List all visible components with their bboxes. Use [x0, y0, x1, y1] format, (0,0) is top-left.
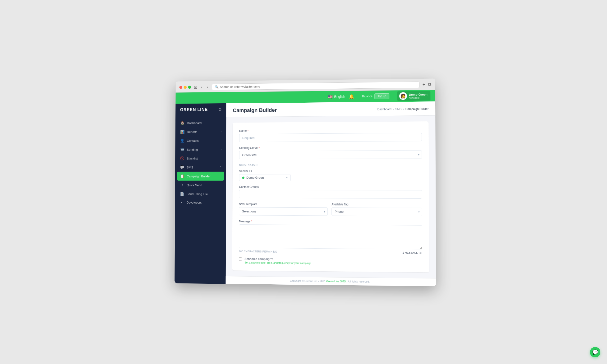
sidebar-item-label: SMS	[187, 165, 193, 169]
schedule-checkbox[interactable]	[239, 258, 242, 261]
maximize-button[interactable]	[188, 86, 191, 89]
sidebar-item-label: Contacts	[187, 139, 199, 143]
chat-bubble-button[interactable]: 💬	[590, 347, 600, 357]
contact-groups-label: Contact Groups	[239, 185, 422, 189]
sending-server-group: Sending Server * GreenSMS ▾	[239, 145, 422, 159]
home-icon: 🏠	[180, 121, 185, 125]
contact-groups-group: Contact Groups	[239, 185, 422, 199]
search-icon: 🔍	[215, 85, 219, 89]
user-menu[interactable]: 👩 Demo Green Available	[397, 91, 430, 101]
sidebar-item-send-file[interactable]: 📄 Send Using File	[175, 190, 226, 199]
footer-link[interactable]: Green Line SMS	[326, 280, 346, 283]
sidebar-item-sms[interactable]: 💬 SMS ˅	[175, 163, 226, 172]
chevron-down-icon: ˅	[220, 166, 222, 169]
breadcrumb: Dashboard › SMS › Campaign Builder	[377, 107, 428, 111]
sidebar-item-campaign-builder[interactable]: 📋 Campaign Builder	[177, 171, 224, 181]
sender-id-select[interactable]: Demo Green ▾	[239, 174, 291, 181]
user-name: Demo Green	[409, 93, 427, 96]
sidebar-item-quick-send[interactable]: ✈ Quick Send	[175, 181, 226, 190]
contact-groups-input[interactable]	[239, 190, 422, 199]
breadcrumb-separator: ›	[393, 108, 394, 111]
settings-icon[interactable]: ⚙	[218, 107, 222, 112]
sms-template-group: SMS Template Select one ▾	[239, 202, 328, 216]
flag-icon: 🇺🇸	[328, 94, 333, 99]
footer-suffix: , All rights reserved.	[346, 280, 370, 283]
sidebar: GREEN LINE ⚙ 🏠 Dashboard 📊 Reports ›	[174, 103, 226, 284]
available-tag-select[interactable]: Phone	[331, 207, 422, 216]
sidebar-item-label: Send Using File	[187, 192, 208, 196]
required-indicator-3: *	[251, 220, 252, 223]
required-indicator: *	[247, 129, 249, 132]
code-icon: >_	[180, 201, 184, 204]
template-tag-row: SMS Template Select one ▾ Av	[239, 202, 422, 221]
balance-section: Balance Top up	[362, 93, 389, 99]
page-header: Campaign Builder Dashboard › SMS › Campa…	[226, 102, 435, 117]
quick-send-icon: ✈	[180, 183, 185, 187]
balance-label: Balance	[362, 94, 372, 98]
char-remaining: 160 CHARACTERS REMAINING	[239, 250, 277, 253]
breadcrumb-separator-2: ›	[403, 107, 404, 111]
sending-icon: 📨	[180, 147, 185, 152]
language-selector[interactable]: 🇺🇸 English	[328, 94, 345, 99]
sidebar-item-label: Blacklist	[187, 157, 198, 160]
chevron-right-icon: ›	[221, 130, 222, 133]
message-group: Message * 160 CHARACTERS REMAINING 1 MES…	[239, 220, 422, 254]
sms-template-label: SMS Template	[239, 202, 328, 206]
sms-icon: 💬	[180, 165, 185, 169]
name-field-group: Name *	[239, 128, 422, 142]
sidebar-item-label: Reports	[187, 130, 197, 134]
required-indicator-2: *	[258, 146, 260, 150]
avatar: 👩	[399, 92, 407, 100]
address-text: Search or enter website name	[220, 85, 260, 89]
forward-button[interactable]: ›	[206, 84, 209, 90]
message-textarea[interactable]	[239, 224, 422, 249]
message-count: 1 MESSAGE (S)	[402, 251, 422, 254]
breadcrumb-item-sms[interactable]: SMS	[395, 108, 401, 111]
blacklist-icon: 🚫	[180, 156, 185, 161]
window-button[interactable]: ⧉	[428, 82, 431, 87]
sidebar-item-blacklist[interactable]: 🚫 Blacklist	[175, 154, 226, 163]
minimize-button[interactable]	[184, 86, 187, 89]
sidebar-item-label: Dashboard	[187, 121, 201, 125]
schedule-text: Schedule campaign? Set a specific date, …	[244, 257, 312, 265]
chevron-right-icon: ›	[221, 148, 222, 151]
footer-text: Copyright © Green Line - 2021	[290, 279, 326, 283]
sidebar-item-label: Campaign Builder	[187, 174, 211, 178]
available-tag-select-wrapper: Phone ▾	[331, 207, 422, 216]
address-bar[interactable]: 🔍 Search or enter website name	[212, 81, 420, 90]
new-tab-button[interactable]: +	[422, 82, 425, 88]
message-footer: 160 CHARACTERS REMAINING 1 MESSAGE (S)	[239, 250, 422, 254]
page-title: Campaign Builder	[233, 107, 277, 114]
content-area: Campaign Builder Dashboard › SMS › Campa…	[226, 102, 436, 286]
sidebar-toggle-button[interactable]: ⊡	[194, 85, 197, 90]
main-layout: GREEN LINE ⚙ 🏠 Dashboard 📊 Reports ›	[174, 102, 436, 286]
sidebar-item-contacts[interactable]: 👤 Contacts	[175, 136, 226, 145]
name-label: Name *	[239, 128, 422, 132]
sidebar-item-dashboard[interactable]: 🏠 Dashboard	[175, 118, 226, 128]
notification-bell[interactable]: 🔔	[349, 94, 354, 99]
message-label: Message *	[239, 220, 422, 224]
sending-server-select[interactable]: GreenSMS	[239, 150, 422, 159]
topup-button[interactable]: Top up	[374, 93, 389, 99]
breadcrumb-item-active: Campaign Builder	[406, 107, 428, 111]
back-button[interactable]: ‹	[200, 85, 203, 90]
sending-server-label: Sending Server *	[239, 145, 422, 150]
sidebar-item-label: Developers	[187, 201, 202, 204]
breadcrumb-item-dashboard[interactable]: Dashboard	[377, 108, 392, 111]
sms-template-select-wrapper: Select one ▾	[239, 207, 328, 216]
sender-status-dot	[242, 177, 244, 179]
sender-id-group: Sender ID Demo Green ▾	[239, 169, 422, 181]
sidebar-item-developers[interactable]: >_ Developers	[175, 198, 226, 207]
name-input[interactable]	[239, 133, 422, 142]
sidebar-item-reports[interactable]: 📊 Reports ›	[175, 127, 226, 136]
sidebar-item-sending[interactable]: 📨 Sending ›	[175, 145, 226, 154]
sms-template-select[interactable]: Select one	[239, 207, 328, 216]
sending-server-select-wrapper: GreenSMS ▾	[239, 150, 422, 159]
form-card: Name * Sending Server * GreenSMS	[232, 121, 429, 272]
chat-icon: 💬	[592, 349, 598, 355]
traffic-lights	[179, 86, 191, 89]
close-button[interactable]	[179, 86, 182, 89]
available-tag-label: Available Tag	[331, 203, 422, 206]
originator-section-label: ORIGINATOR	[239, 163, 422, 166]
sidebar-nav: 🏠 Dashboard 📊 Reports › 👤 Contacts	[174, 116, 226, 284]
